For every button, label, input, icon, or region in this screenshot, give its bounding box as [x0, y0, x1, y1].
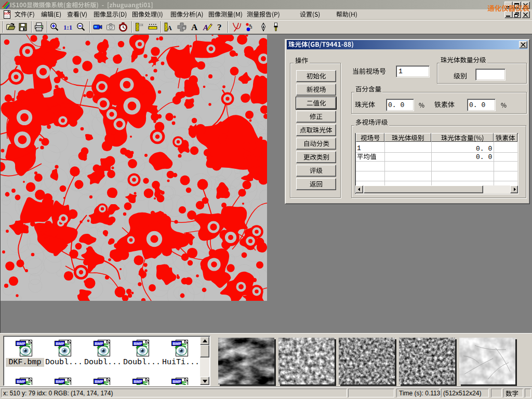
svg-text:A: A — [191, 22, 198, 32]
svg-text:BMP: BMP — [172, 341, 181, 346]
svg-text:DOC: DOC — [4, 12, 10, 15]
svg-text:BMP: BMP — [134, 341, 142, 346]
svg-text:A: A — [203, 23, 208, 32]
svg-text:3: 3 — [250, 25, 252, 30]
svg-text:?: ? — [217, 22, 222, 32]
svg-text:BMP: BMP — [56, 341, 64, 346]
svg-text:BMP: BMP — [95, 379, 103, 384]
svg-text:A: A — [167, 24, 172, 32]
svg-text:BMP: BMP — [17, 341, 25, 346]
svg-text:BMP: BMP — [95, 341, 103, 346]
svg-text:BMP: BMP — [134, 379, 142, 384]
svg-text:BMP: BMP — [56, 379, 64, 384]
svg-text:BMP: BMP — [17, 379, 25, 384]
svg-text:1:1: 1:1 — [63, 23, 72, 31]
svg-text:BMP: BMP — [172, 379, 181, 384]
